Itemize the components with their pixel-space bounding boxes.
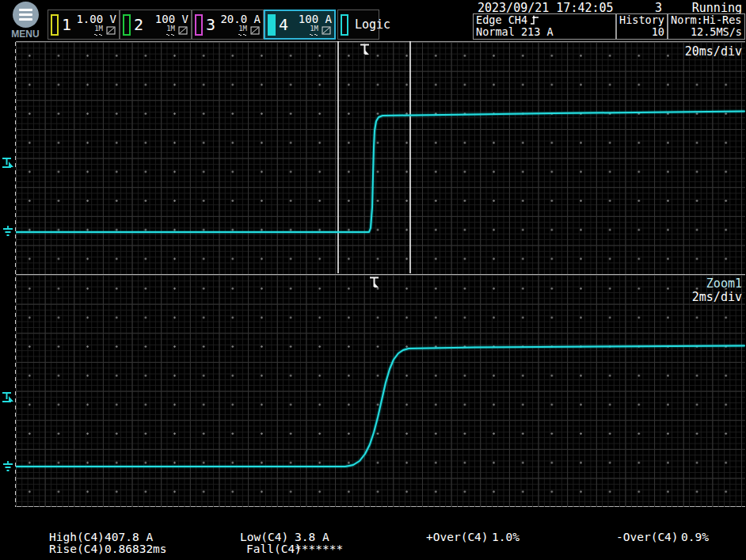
channel-2-number: 2	[134, 15, 143, 34]
channel-4-scale: 100 A	[299, 13, 332, 25]
waveform-display: 20ms/div Zoom1 2ms/div	[0, 41, 746, 507]
channel-2-color-bracket	[123, 14, 131, 36]
meas-low-label: Low(C4)	[240, 531, 288, 543]
channel-2-box[interactable]: 2 100 V 1M	[120, 10, 192, 40]
zoom-window-name: Zoom1	[706, 276, 742, 291]
coupling-icon	[322, 26, 332, 36]
menu-button-label: MENU	[6, 29, 44, 40]
rising-edge-icon	[530, 14, 539, 25]
channel-1-box[interactable]: 1 1.00 V 1M	[48, 10, 120, 40]
meas-pover-label: +Over(C4)	[426, 531, 489, 543]
meas-pover-value: 1.0%	[492, 531, 520, 543]
channel-4-color-bracket	[268, 14, 276, 36]
trigger-level-marker-main[interactable]	[2, 157, 14, 173]
coupling-icon	[106, 26, 116, 36]
logic-label: Logic	[355, 17, 390, 32]
header-bar: MENU 1 1.00 V 1M 2 100 V	[0, 0, 746, 41]
ground-level-marker-main[interactable]	[2, 226, 14, 241]
logic-color-bracket	[341, 14, 348, 36]
sample-rate: 12.5MS/s	[671, 26, 742, 38]
trigger-position-marker-main[interactable]	[360, 44, 371, 59]
zoom-timebase-label: 2ms/div	[692, 290, 742, 304]
meas-high-value: 407.8 A	[105, 531, 153, 543]
channel-3-color-bracket	[195, 14, 203, 36]
channel-1-number: 1	[62, 15, 71, 34]
meas-fall-value: *******	[295, 543, 343, 555]
trigger-level-marker-zoom[interactable]	[2, 391, 14, 408]
trigger-mode-level: Normal 213 A	[476, 26, 613, 38]
record-mode: Norm:Hi-Res	[671, 14, 742, 26]
main-grid	[16, 42, 745, 274]
channel-4-number: 4	[279, 15, 288, 34]
main-timebase-label: 20ms/div	[685, 44, 742, 59]
impedance-icon: 1M	[166, 25, 176, 36]
channel-3-number: 3	[206, 15, 215, 34]
channel-1-scale: 1.00 V	[76, 13, 116, 25]
impedance-icon: 1M	[238, 25, 248, 36]
coupling-icon	[250, 26, 261, 36]
meas-fall-label: Fall(C4)	[246, 543, 302, 555]
impedance-icon: 1M	[309, 25, 319, 36]
meas-low-value: 3.8 A	[295, 531, 329, 543]
meas-high-label: High(C4)	[49, 531, 105, 543]
trigger-position-marker-zoom[interactable]	[369, 276, 380, 291]
channel-2-scale: 100 V	[155, 13, 188, 25]
zoom-grid	[16, 274, 745, 508]
coupling-icon	[178, 26, 188, 36]
trigger-type-source: Edge CH4	[476, 13, 527, 26]
meas-rise-value: 0.86832ms	[105, 543, 167, 555]
graticule-area: 20ms/div Zoom1 2ms/div	[16, 41, 745, 507]
meas-nover-value: 0.9%	[681, 531, 709, 543]
channel-strip: 1 1.00 V 1M 2 100 V 1M	[48, 10, 379, 40]
trigger-info-box[interactable]: Edge CH4 Normal 213 A	[473, 13, 616, 40]
oscilloscope-screen: MENU 1 1.00 V 1M 2 100 V	[0, 0, 746, 560]
meas-nover-label: -Over(C4)	[616, 531, 679, 543]
channel-1-color-bracket	[51, 14, 59, 36]
impedance-icon: 1M	[93, 25, 104, 36]
history-value: 10	[619, 26, 664, 38]
meas-rise-label: Rise(C4)	[49, 543, 105, 555]
history-label: History	[619, 14, 664, 26]
menu-button[interactable]: MENU	[6, 1, 44, 40]
hamburger-menu-icon	[13, 2, 39, 28]
measurement-bar: High(C4) 407.8 A Rise(C4) 0.86832ms Low(…	[0, 507, 746, 560]
channel-3-scale: 20.0 A	[220, 13, 261, 25]
ground-level-marker-zoom[interactable]	[2, 461, 14, 476]
channel-4-box[interactable]: 4 100 A 1M	[264, 10, 336, 40]
channel-3-box[interactable]: 3 20.0 A 1M	[192, 10, 264, 40]
history-box[interactable]: History 10	[616, 13, 668, 40]
logic-channel-box[interactable]: Logic	[337, 10, 379, 40]
record-mode-box[interactable]: Norm:Hi-Res 12.5MS/s	[668, 13, 745, 40]
